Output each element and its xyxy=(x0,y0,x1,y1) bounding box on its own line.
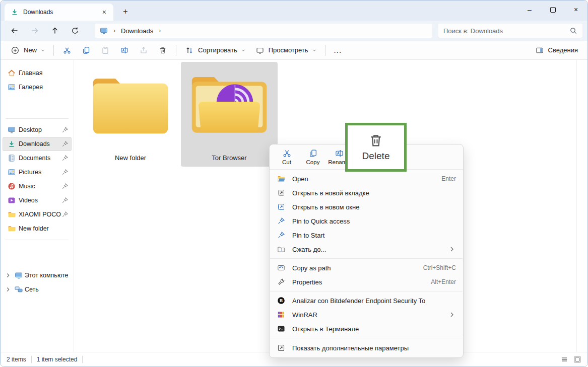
sidebar-item-desktop[interactable]: Desktop xyxy=(3,123,72,137)
sidebar-item-галерея[interactable]: Галерея xyxy=(3,80,72,94)
pin-icon xyxy=(61,140,69,148)
status-divider xyxy=(31,356,32,363)
menu-item-properties[interactable]: PropertiesAlt+Enter xyxy=(270,275,463,289)
share-button[interactable] xyxy=(134,43,153,58)
minimize-button[interactable]: – xyxy=(518,1,541,19)
sidebar-divider xyxy=(6,118,69,119)
menu-item-analizar-con-bitdefender-endpoint-securi[interactable]: BAnalizar con Bitdefender Endpoint Secur… xyxy=(270,293,463,308)
paste-button[interactable] xyxy=(96,43,115,58)
breadcrumb-folder[interactable]: Downloads xyxy=(121,27,153,35)
new-tab-button[interactable]: + xyxy=(118,5,133,18)
tab-bar: Downloads × + – × xyxy=(1,1,587,21)
sidebar-item-сеть[interactable]: Сеть xyxy=(3,282,72,297)
trash-icon xyxy=(158,45,168,55)
sidebar-item-videos[interactable]: Videos xyxy=(3,193,72,207)
menu-item-pin-to-quick-access[interactable]: Pin to Quick access xyxy=(270,214,463,228)
menu-item-open[interactable]: OpenEnter xyxy=(270,172,463,186)
sidebar-item-label: Music xyxy=(19,183,35,190)
menu-item-открыть-в-терминале[interactable]: Открыть в Терминале xyxy=(270,322,463,336)
cut-icon xyxy=(62,45,72,55)
download-icon xyxy=(11,8,19,16)
sidebar-item-этот-компьютер[interactable]: Этот компьютер xyxy=(3,268,72,282)
chevron-right-icon[interactable] xyxy=(5,286,12,293)
rename-icon xyxy=(335,149,344,158)
documents-icon xyxy=(8,154,16,162)
sidebar-item-music[interactable]: Music xyxy=(3,179,72,193)
close-button[interactable]: × xyxy=(564,1,587,19)
monitor-icon xyxy=(8,126,16,134)
sidebar-item-label: Pictures xyxy=(19,169,41,176)
pin-blue-icon xyxy=(277,216,286,226)
svg-text:B: B xyxy=(280,298,283,303)
tab-title: Downloads xyxy=(23,9,98,16)
sidebar-item-label: Downloads xyxy=(19,140,50,148)
details-pane-button[interactable]: Сведения xyxy=(530,43,582,58)
status-divider xyxy=(82,356,83,363)
menu-item-label: Open xyxy=(292,175,436,183)
sidebar-item-главная[interactable]: Главная xyxy=(3,66,72,80)
search-input[interactable]: Поиск в: Downloads xyxy=(438,23,583,38)
delete-button[interactable] xyxy=(153,43,172,58)
back-button[interactable] xyxy=(5,23,25,38)
cut-button[interactable] xyxy=(57,43,77,58)
view-button[interactable]: Просмотреть xyxy=(250,43,321,58)
computer-icon xyxy=(15,271,23,279)
menu-item-открыть-в-новом-окне[interactable]: Открыть в новом окне xyxy=(270,200,463,214)
pin-icon xyxy=(61,169,69,176)
sidebar-item-pictures[interactable]: Pictures xyxy=(3,165,72,179)
window-controls: – × xyxy=(518,1,587,19)
chevron-right-icon[interactable] xyxy=(5,272,12,279)
sidebar-item-xiaomi-poco-f[interactable]: XIAOMI POCO F xyxy=(3,207,72,222)
sidebar-item-label: XIAOMI POCO F xyxy=(19,211,62,218)
delete-annotation-highlight[interactable]: Delete xyxy=(345,123,407,172)
toolbar-divider xyxy=(325,45,325,56)
sidebar-item-documents[interactable]: Documents xyxy=(3,151,72,165)
new-button[interactable]: New xyxy=(6,43,50,58)
sidebar-item-new-folder[interactable]: New folder xyxy=(3,222,72,236)
scrollbar-gutter xyxy=(576,60,577,352)
menu-item-winrar[interactable]: WinRAR xyxy=(270,308,463,322)
toolbar-divider xyxy=(53,45,54,56)
breadcrumb-separator: › xyxy=(159,27,161,34)
menu-item-copy-as-path[interactable]: Copy as pathCtrl+Shift+C xyxy=(270,261,463,275)
sidebar-item-label: Этот компьютер xyxy=(25,272,68,279)
quick-action-cut[interactable]: Cut xyxy=(274,149,300,165)
navigation-sidebar: ГлавнаяГалереяDesktopDownloadsDocumentsP… xyxy=(1,60,74,352)
file-tile-tor-browser[interactable]: Tor Browser xyxy=(181,62,278,167)
this-pc-icon[interactable] xyxy=(100,27,108,35)
search-placeholder: Поиск в: Downloads xyxy=(443,27,569,35)
menu-item-label: Copy as path xyxy=(292,264,418,272)
menu-item-label: Сжать до... xyxy=(292,246,443,253)
pin-icon xyxy=(61,126,69,133)
command-toolbar: New Сортировать Просмотреть ... Сведения xyxy=(1,41,587,60)
sort-button[interactable]: Сортировать xyxy=(180,43,250,58)
sidebar-item-downloads[interactable]: Downloads xyxy=(3,137,72,151)
maximize-button[interactable] xyxy=(541,1,564,19)
file-tile-new-folder[interactable]: New folder xyxy=(82,62,179,167)
quick-action-copy[interactable]: Copy xyxy=(300,149,326,165)
tab-downloads[interactable]: Downloads × xyxy=(5,4,113,21)
sidebar-item-label: Сеть xyxy=(25,286,39,293)
quick-action-label: Cut xyxy=(282,159,291,165)
list-view-button[interactable] xyxy=(560,355,568,363)
tab-close-button[interactable]: × xyxy=(98,8,110,16)
menu-item-показать-дополнительные-параметры[interactable]: Показать дополнительные параметры xyxy=(270,340,463,355)
sort-button-label: Сортировать xyxy=(198,46,237,54)
menu-item-открыть-в-новой-вкладке[interactable]: Открыть в новой вкладке xyxy=(270,186,463,200)
menu-item-pin-to-start[interactable]: Pin to Start xyxy=(270,228,463,242)
menu-item-label: Pin to Start xyxy=(292,232,456,239)
pin-blue-icon xyxy=(277,231,286,240)
copy-button[interactable] xyxy=(77,43,96,58)
large-icons-view-button[interactable] xyxy=(573,355,581,363)
menu-item-сжать-до-[interactable]: Сжать до... xyxy=(270,242,463,256)
more-options-button[interactable]: ... xyxy=(329,46,347,54)
terminal-icon xyxy=(277,324,286,333)
up-button[interactable] xyxy=(45,23,65,38)
rename-button[interactable] xyxy=(115,43,134,58)
refresh-button[interactable] xyxy=(65,23,85,38)
search-icon xyxy=(569,27,577,35)
folder-large-icon xyxy=(91,66,170,145)
breadcrumb[interactable]: › Downloads › xyxy=(94,23,433,38)
forward-button[interactable] xyxy=(25,23,45,38)
breadcrumb-separator: › xyxy=(113,27,115,34)
